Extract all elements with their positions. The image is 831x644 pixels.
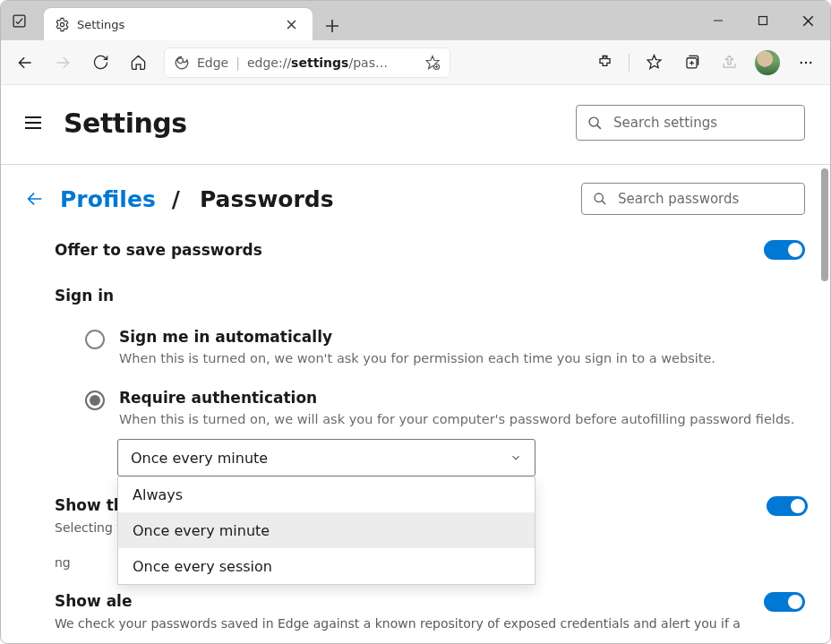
signin-auto-title: Sign me in automatically <box>119 328 805 346</box>
svg-point-9 <box>589 117 598 126</box>
back-button[interactable] <box>8 46 42 80</box>
gear-icon <box>55 17 70 32</box>
browser-tab[interactable]: Settings <box>44 8 313 40</box>
svg-point-1 <box>60 22 64 26</box>
search-passwords-input[interactable]: Search passwords <box>581 183 805 215</box>
offer-save-toggle[interactable] <box>764 240 805 260</box>
edge-logo-icon <box>174 55 190 71</box>
signin-auto-desc: When this is turned on, we won't ask you… <box>119 351 805 365</box>
auth-frequency-select[interactable]: Once every minute <box>117 439 535 477</box>
addressbar-url: edge://settings/pas… <box>247 56 417 70</box>
svg-point-4 <box>603 56 605 58</box>
dropdown-option-once-minute[interactable]: Once every minute <box>118 512 535 548</box>
settings-content: Profiles / Passwords Search passwords Of… <box>1 165 830 631</box>
show-alerts-desc: We check your passwords saved in Edge ag… <box>55 615 764 631</box>
dropdown-list: Always Once every minute Once every sess… <box>117 477 535 585</box>
svg-rect-2 <box>759 17 767 25</box>
home-button[interactable] <box>121 46 155 80</box>
profile-avatar[interactable] <box>755 50 780 75</box>
show-reveal-toggle[interactable] <box>767 496 808 516</box>
breadcrumb-current: Passwords <box>200 186 334 212</box>
offer-save-passwords-row: Offer to save passwords <box>55 215 805 260</box>
signin-section-title: Sign in <box>55 260 805 305</box>
breadcrumb-profiles-link[interactable]: Profiles <box>60 186 156 212</box>
dropdown-selected-value: Once every minute <box>131 450 268 467</box>
svg-point-10 <box>595 193 603 202</box>
share-button[interactable] <box>712 46 746 80</box>
window-titlebar: Settings <box>1 1 830 40</box>
forward-button <box>46 46 80 80</box>
browser-toolbar: Edge | edge://settings/pas… <box>1 40 830 85</box>
offer-save-title: Offer to save passwords <box>55 241 262 259</box>
tab-actions-icon[interactable] <box>1 1 37 40</box>
collections-button[interactable] <box>674 46 708 80</box>
favorites-button[interactable] <box>637 46 671 80</box>
reload-button[interactable] <box>83 46 117 80</box>
search-placeholder: Search settings <box>613 115 717 131</box>
toolbar-divider <box>629 54 630 72</box>
svg-point-8 <box>810 61 811 63</box>
search-icon <box>593 192 607 206</box>
chevron-down-icon <box>510 451 522 464</box>
require-auth-radio[interactable] <box>85 391 105 410</box>
dropdown-option-once-session[interactable]: Once every session <box>118 548 535 584</box>
addressbar-separator: | <box>236 56 240 70</box>
scrollbar-thumb[interactable] <box>821 168 828 281</box>
menu-button[interactable] <box>19 108 47 137</box>
addressbar-prefix: Edge <box>197 56 228 70</box>
window-close-button[interactable] <box>785 1 830 40</box>
search-placeholder: Search passwords <box>618 191 739 207</box>
addressbar[interactable]: Edge | edge://settings/pas… <box>164 47 450 78</box>
settings-page: Settings Search settings Profiles / Pass… <box>1 85 830 644</box>
svg-point-6 <box>801 61 802 63</box>
more-menu-button[interactable] <box>789 46 823 80</box>
show-alerts-toggle[interactable] <box>764 592 805 612</box>
auth-frequency-dropdown: Once every minute Always Once every minu… <box>117 439 535 477</box>
tab-title: Settings <box>77 18 273 31</box>
extensions-button[interactable] <box>587 46 621 80</box>
search-settings-input[interactable]: Search settings <box>576 105 805 141</box>
window-controls <box>696 1 830 40</box>
breadcrumb: Profiles / Passwords Search passwords <box>1 165 830 215</box>
require-auth-desc: When this is turned on, we will ask you … <box>119 412 805 426</box>
window-minimize-button[interactable] <box>696 1 741 40</box>
require-auth-row: Require authentication When this is turn… <box>55 365 805 426</box>
show-alerts-title: Show ale <box>55 592 764 610</box>
search-icon <box>587 116 603 131</box>
page-title: Settings <box>64 107 187 139</box>
breadcrumb-back-button[interactable] <box>22 186 47 211</box>
signin-auto-radio[interactable] <box>85 330 105 349</box>
dropdown-option-always[interactable]: Always <box>118 477 535 512</box>
tab-close-button[interactable] <box>280 13 302 35</box>
window-maximize-button[interactable] <box>741 1 785 40</box>
new-tab-button[interactable] <box>318 12 347 40</box>
svg-rect-0 <box>13 15 25 27</box>
breadcrumb-separator: / <box>172 186 180 212</box>
add-favorite-icon[interactable] <box>424 55 441 71</box>
signin-auto-row: Sign me in automatically When this is tu… <box>55 305 805 365</box>
settings-header: Settings Search settings <box>1 85 830 165</box>
require-auth-title: Require authentication <box>119 389 805 407</box>
svg-point-7 <box>805 61 807 63</box>
